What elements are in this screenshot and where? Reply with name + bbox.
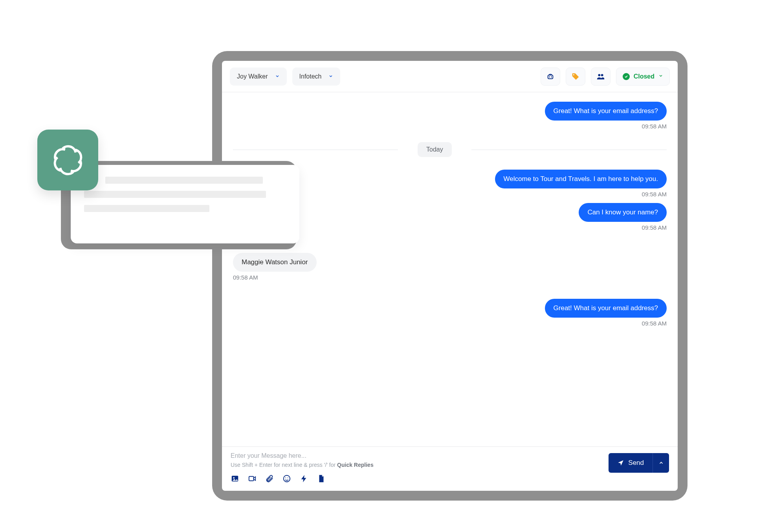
chevron-down-icon <box>275 73 280 80</box>
chat-topbar: Joy Walker Infotech <box>222 61 678 92</box>
message-bubble: Can I know your name? <box>579 203 667 222</box>
skeleton-line <box>84 205 209 212</box>
message-bubble: Maggie Watson Junior <box>233 253 317 272</box>
company-select[interactable]: Infotech <box>292 68 341 86</box>
message-timestamp: 09:58 AM <box>642 224 667 231</box>
openai-icon <box>49 141 87 179</box>
message-row-out: Great! What is your email address? 09:58… <box>233 102 667 130</box>
svg-point-7 <box>233 477 235 479</box>
hint-text: Use Shift + Enter for next line & press … <box>231 462 337 468</box>
attachment-icon[interactable] <box>265 474 274 484</box>
message-bubble: Great! What is your email address? <box>545 102 667 121</box>
openai-logo-badge <box>37 130 98 190</box>
send-more-button[interactable] <box>653 453 669 473</box>
contact-select[interactable]: Joy Walker <box>230 68 287 86</box>
video-icon[interactable] <box>248 474 257 484</box>
hint-bold: Quick Replies <box>337 462 374 468</box>
device-frame: Joy Walker Infotech <box>212 51 688 501</box>
chevron-down-icon <box>328 73 333 80</box>
people-button[interactable] <box>591 68 610 86</box>
composer: Use Shift + Enter for next line & press … <box>222 446 678 491</box>
composer-hint: Use Shift + Enter for next line & press … <box>231 462 602 468</box>
chat-window: Joy Walker Infotech <box>222 61 678 491</box>
send-button[interactable]: Send <box>609 453 653 473</box>
message-timestamp: 09:58 AM <box>642 123 667 130</box>
composer-toolbar <box>231 474 602 484</box>
ai-suggestion-card <box>71 165 299 243</box>
svg-point-10 <box>285 477 286 478</box>
svg-rect-8 <box>249 477 254 481</box>
status-select[interactable]: Closed <box>616 68 670 86</box>
company-name: Infotech <box>299 73 322 80</box>
day-chip: Today <box>418 142 452 157</box>
svg-point-3 <box>573 74 574 75</box>
contact-name: Joy Walker <box>237 73 268 80</box>
message-row-out: Great! What is your email address? 09:58… <box>233 299 667 327</box>
svg-point-11 <box>288 477 288 478</box>
bot-button[interactable] <box>541 68 560 86</box>
message-timestamp: 09:58 AM <box>642 320 667 327</box>
conversation-scroll[interactable]: Great! What is your email address? 09:58… <box>222 92 678 446</box>
svg-point-2 <box>551 76 552 77</box>
message-timestamp: 09:58 AM <box>233 274 258 281</box>
message-bubble: Welcome to Tour and Travels. I am here t… <box>495 170 667 188</box>
message-bubble: Great! What is your email address? <box>545 299 667 318</box>
skeleton-line <box>105 177 263 184</box>
send-label: Send <box>628 459 644 467</box>
quick-reply-icon[interactable] <box>300 474 308 484</box>
status-label: Closed <box>634 73 654 80</box>
send-group: Send <box>609 453 669 473</box>
skeleton-line <box>84 191 266 198</box>
message-row-in: Maggie Watson Junior 09:58 AM <box>233 253 667 281</box>
send-icon <box>617 459 624 466</box>
message-timestamp: 09:58 AM <box>642 191 667 197</box>
svg-rect-0 <box>548 75 553 79</box>
svg-point-9 <box>284 475 290 482</box>
chevron-up-icon <box>658 460 664 466</box>
svg-point-4 <box>598 74 600 76</box>
file-icon[interactable] <box>317 474 326 484</box>
message-input[interactable] <box>231 452 602 459</box>
image-icon[interactable] <box>231 474 239 484</box>
svg-point-5 <box>601 74 603 76</box>
tag-button[interactable] <box>566 68 585 86</box>
svg-point-1 <box>549 76 550 77</box>
check-circle-icon <box>623 73 630 80</box>
chevron-down-icon <box>658 73 663 79</box>
emoji-icon[interactable] <box>282 474 291 484</box>
day-divider: Today <box>233 142 667 157</box>
